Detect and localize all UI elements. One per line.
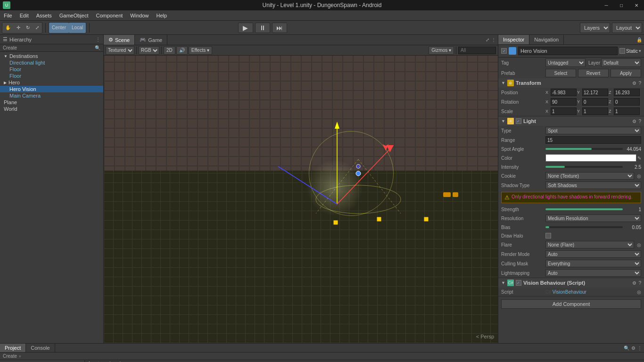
static-dropdown-icon[interactable]: ▾ [639,49,641,53]
transform-section-header[interactable]: ▼ ⊕ Transform ⚙ ? [498,78,644,88]
hier-hero[interactable]: ▶ Hero [0,79,103,86]
scene-search-input[interactable] [458,47,496,54]
intensity-slider[interactable] [545,166,623,168]
light-settings-icon[interactable]: ⚙ [632,119,636,124]
step-button[interactable]: ⏭ [272,23,287,33]
play-button[interactable]: ▶ [238,23,253,33]
object-active-checkbox[interactable] [501,48,507,54]
view-mode-dropdown[interactable]: Textured [106,46,134,55]
game-tab[interactable]: 🎮 Game [135,35,167,45]
scale-tool[interactable]: ⤢ [33,23,42,33]
script-help-icon[interactable]: ? [638,280,641,286]
render-mode-dropdown[interactable]: Auto [545,250,641,258]
scale-y[interactable] [582,107,608,115]
project-search-icon[interactable]: 🔍 [624,346,629,351]
add-component-button[interactable]: Add Component [501,299,641,309]
menu-help[interactable]: Help [152,12,171,19]
space-local-button[interactable]: Local [69,23,86,33]
close-button[interactable]: ✕ [629,0,644,10]
tag-dropdown[interactable]: Untagged [545,58,586,67]
script-link[interactable]: VisionBehaviour [553,289,586,295]
color-swatch[interactable] [545,154,636,162]
audio-toggle[interactable]: 🔊 [176,46,188,55]
project-menu-icon[interactable]: ⋮ [637,346,642,351]
cookie-target-icon[interactable]: ◎ [637,173,641,179]
rotation-y[interactable] [582,98,608,106]
pivot-center-button[interactable]: Center [49,23,69,33]
menu-file[interactable]: File [0,12,16,19]
prefab-select-btn[interactable]: Select [545,69,576,77]
rotation-z[interactable] [614,98,640,106]
effects-dropdown[interactable]: Effects ▾ [189,46,212,55]
scale-x[interactable] [551,107,577,115]
resolution-dropdown[interactable]: Medium Resolution [545,214,641,222]
flare-target-icon[interactable]: ◎ [637,242,641,247]
menu-component[interactable]: Component [92,12,126,19]
culling-mask-dropdown[interactable]: Everything [545,260,641,267]
flare-dropdown[interactable]: None (Flare) [545,241,634,248]
position-y[interactable] [582,89,608,96]
hierarchy-create-btn[interactable]: Create [3,45,17,50]
transform-help-icon[interactable]: ? [638,81,641,86]
layers-dropdown[interactable]: Layers [580,23,610,33]
menu-window[interactable]: Window [126,12,152,19]
gizmos-dropdown[interactable]: Gizmos ▾ [429,46,454,55]
object-name-field[interactable] [518,47,618,55]
move-tool[interactable]: ✛ [14,23,23,33]
hierarchy-menu-btn[interactable]: ⋮ [96,37,100,42]
minimize-button[interactable]: ─ [599,0,614,10]
color-picker-icon[interactable]: ✎ [637,156,641,161]
console-tab[interactable]: Console [26,344,55,352]
layer-dropdown[interactable]: Default [601,58,641,67]
hier-destinations[interactable]: ▼ Destinations [0,53,103,59]
menu-edit[interactable]: Edit [16,12,33,19]
position-z[interactable] [614,89,640,96]
scene-menu-icon[interactable]: ⋮ [491,37,496,42]
layout-dropdown[interactable]: Layout [612,23,642,33]
range-field[interactable] [545,136,641,144]
2d-toggle[interactable]: 2D [164,46,175,55]
strength-slider[interactable] [545,208,623,210]
cookie-dropdown[interactable]: None (Texture) [545,172,634,180]
rotate-tool[interactable]: ↻ [23,23,33,33]
scene-tab[interactable]: ⚙ Scene [104,35,135,45]
project-tab[interactable]: Project [0,344,26,352]
spot-angle-slider[interactable] [545,148,623,150]
color-mode-dropdown[interactable]: RGB [139,46,159,55]
script-enabled-checkbox[interactable] [516,280,521,286]
menu-assets[interactable]: Assets [33,12,56,19]
hier-hero-vision[interactable]: Hero Vision [0,86,103,92]
menu-gameobject[interactable]: GameObject [56,12,92,19]
bias-slider[interactable] [545,226,623,228]
inspector-lock-icon[interactable]: 🔒 [636,37,642,42]
scene-view[interactable]: ✕ < Persp ➤ [104,56,498,343]
shadow-type-dropdown[interactable]: Soft Shadows [545,181,641,189]
hier-main-camera[interactable]: Main Camera [0,92,103,99]
pause-button[interactable]: ⏸ [255,23,270,33]
hier-directional-light[interactable]: Directional light [0,59,103,66]
lightmapping-dropdown[interactable]: Auto [545,269,641,277]
light-type-dropdown[interactable]: Spot [545,127,641,134]
project-create-btn[interactable]: Create [3,354,17,359]
vision-script-header[interactable]: ▼ C# Vision Behaviour (Script) ⚙ ? [498,278,644,288]
static-checkbox[interactable] [619,48,625,54]
inspector-tab[interactable]: Inspector [498,35,529,44]
scale-z[interactable] [614,107,640,115]
light-enabled-checkbox[interactable] [516,118,521,124]
scene-maximize-icon[interactable]: ⤢ [486,37,489,42]
hand-tool[interactable]: ✋ [2,23,14,33]
transform-settings-icon[interactable]: ⚙ [632,81,636,86]
prefab-apply-btn[interactable]: Apply [611,69,641,77]
hier-world[interactable]: World [0,106,103,112]
hier-floor-1[interactable]: Floor [0,66,103,73]
script-settings-icon[interactable]: ⚙ [632,280,636,286]
rotation-x[interactable] [551,98,577,106]
project-settings-icon[interactable]: ⚙ [631,346,636,351]
script-target-icon[interactable]: ◎ [637,289,641,295]
light-help-icon[interactable]: ? [638,119,641,124]
hier-plane[interactable]: Plane [0,99,103,106]
hier-floor-2[interactable]: Floor [0,73,103,79]
draw-halo-checkbox[interactable] [545,233,551,239]
navigation-tab[interactable]: Navigation [529,35,564,44]
position-x[interactable] [551,89,577,96]
